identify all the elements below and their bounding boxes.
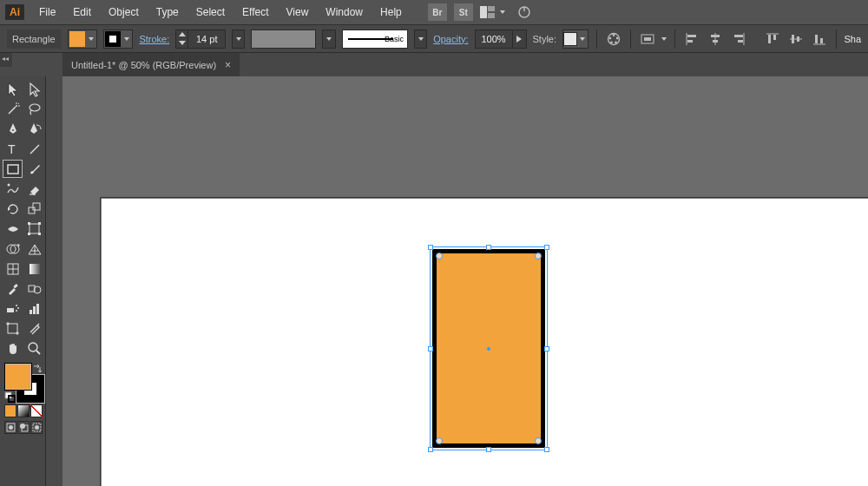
paintbrush-tool[interactable] <box>24 160 44 178</box>
align-hcenter-icon[interactable] <box>707 30 724 49</box>
corner-radius-widget-tl[interactable] <box>436 253 443 259</box>
corner-radius-widget-br[interactable] <box>535 437 542 444</box>
panel-collapse-handle[interactable]: ◂◂ <box>0 53 12 67</box>
opacity-field[interactable]: 100% <box>475 30 527 49</box>
align-bottom-icon[interactable] <box>811 30 828 49</box>
resize-handle-mr[interactable] <box>544 346 549 351</box>
symbol-sprayer-tool[interactable] <box>3 299 23 318</box>
scale-tool[interactable] <box>24 200 44 218</box>
menu-window[interactable]: Window <box>318 3 371 22</box>
fill-swatch[interactable] <box>68 30 97 49</box>
shape-panel-cut-label[interactable]: Sha <box>844 34 861 44</box>
recolor-artwork-icon[interactable] <box>605 30 622 49</box>
graphic-style-swatch[interactable] <box>562 30 589 49</box>
eraser-tool[interactable] <box>24 180 44 198</box>
menu-type[interactable]: Type <box>148 3 187 22</box>
align-top-icon[interactable] <box>764 30 781 49</box>
stroke-weight-down-icon[interactable] <box>176 39 187 48</box>
draw-inside-icon[interactable] <box>30 421 43 434</box>
fill-color-box[interactable] <box>4 363 32 391</box>
zoom-tool[interactable] <box>24 339 44 358</box>
stroke-swatch[interactable] <box>103 30 133 49</box>
direct-selection-tool[interactable] <box>24 80 44 98</box>
resize-handle-tl[interactable] <box>428 245 433 250</box>
blend-tool[interactable] <box>24 279 44 298</box>
selection-bounding-box[interactable] <box>430 246 548 450</box>
shape-builder-tool[interactable] <box>3 240 23 258</box>
lasso-tool[interactable] <box>24 100 44 118</box>
pen-tool[interactable] <box>3 120 23 138</box>
menu-select[interactable]: Select <box>188 3 233 22</box>
resize-handle-ml[interactable] <box>428 346 433 351</box>
stock-button[interactable]: St <box>454 3 473 21</box>
corner-radius-widget-bl[interactable] <box>436 437 443 444</box>
rectangle-tool[interactable] <box>3 160 23 178</box>
selection-center-point[interactable] <box>487 347 490 351</box>
align-vcenter-icon[interactable] <box>787 30 805 49</box>
gpu-preview-icon[interactable] <box>514 3 535 22</box>
eyedropper-tool[interactable] <box>3 279 23 298</box>
stroke-weight-value[interactable]: 14 pt <box>188 34 225 44</box>
column-graph-tool[interactable] <box>24 299 44 318</box>
corner-radius-widget-tr[interactable] <box>535 253 542 259</box>
menu-object[interactable]: Object <box>101 3 147 22</box>
opacity-value[interactable]: 100% <box>476 34 512 44</box>
svg-rect-50 <box>33 203 40 210</box>
align-to-caret-icon[interactable] <box>661 37 667 41</box>
perspective-grid-tool[interactable] <box>24 240 44 258</box>
resize-handle-bl[interactable] <box>428 447 433 452</box>
hand-tool[interactable] <box>3 339 23 358</box>
resize-handle-br[interactable] <box>544 447 549 452</box>
magic-wand-tool[interactable] <box>3 100 23 118</box>
resize-handle-tm[interactable] <box>486 245 491 250</box>
color-mode-solid[interactable] <box>4 404 16 417</box>
canvas-viewport[interactable] <box>62 76 868 486</box>
free-transform-tool[interactable] <box>24 220 44 238</box>
draw-behind-icon[interactable] <box>17 421 30 434</box>
artboard[interactable] <box>101 198 868 486</box>
selection-tool[interactable] <box>3 80 23 98</box>
slice-tool[interactable] <box>24 319 44 338</box>
type-tool[interactable]: T <box>3 140 23 158</box>
svg-rect-32 <box>815 35 818 43</box>
line-segment-tool[interactable] <box>24 140 44 158</box>
fill-stroke-control[interactable] <box>4 363 44 403</box>
default-fill-stroke-icon[interactable] <box>5 392 16 403</box>
menu-effect[interactable]: Effect <box>234 3 276 22</box>
resize-handle-bm[interactable] <box>486 447 491 452</box>
color-mode-gradient[interactable] <box>17 404 30 417</box>
align-right-icon[interactable] <box>730 30 747 49</box>
opacity-panel-link[interactable]: Opacity: <box>433 34 468 44</box>
draw-normal-icon[interactable] <box>4 421 16 434</box>
swap-fill-stroke-icon[interactable] <box>33 363 43 373</box>
stroke-panel-link[interactable]: Stroke: <box>139 34 169 44</box>
menu-help[interactable]: Help <box>372 3 410 22</box>
rotate-tool[interactable] <box>3 200 23 218</box>
document-tab[interactable]: Untitled-1* @ 50% (RGB/Preview) × <box>62 53 240 76</box>
stroke-weight-up-icon[interactable] <box>176 30 187 39</box>
opacity-caret-icon[interactable] <box>512 30 526 48</box>
color-mode-none[interactable] <box>30 404 43 417</box>
brush-definition[interactable]: Basic <box>342 30 408 49</box>
stroke-weight-dropdown[interactable] <box>232 30 245 49</box>
menu-file[interactable]: File <box>31 3 63 22</box>
menu-view[interactable]: View <box>279 3 317 22</box>
curvature-tool[interactable] <box>24 120 44 138</box>
mesh-tool[interactable] <box>3 259 23 278</box>
close-tab-icon[interactable]: × <box>225 59 231 71</box>
variable-width-dropdown[interactable] <box>322 30 335 49</box>
resize-handle-tr[interactable] <box>544 245 549 250</box>
menu-edit[interactable]: Edit <box>65 3 99 22</box>
stroke-weight-stepper[interactable]: 14 pt <box>175 30 226 49</box>
artboard-tool[interactable] <box>3 319 23 338</box>
arrange-documents-icon[interactable] <box>477 3 498 22</box>
brush-dropdown[interactable] <box>414 30 427 49</box>
shaper-tool[interactable] <box>3 180 23 198</box>
align-left-icon[interactable] <box>683 30 700 49</box>
align-to-selection-icon[interactable] <box>639 30 656 49</box>
bridge-button[interactable]: Br <box>428 3 447 21</box>
width-tool[interactable] <box>3 220 23 238</box>
gradient-tool[interactable] <box>24 259 44 278</box>
arrange-documents-caret-icon[interactable] <box>500 10 505 14</box>
variable-width-profile[interactable] <box>251 30 316 49</box>
